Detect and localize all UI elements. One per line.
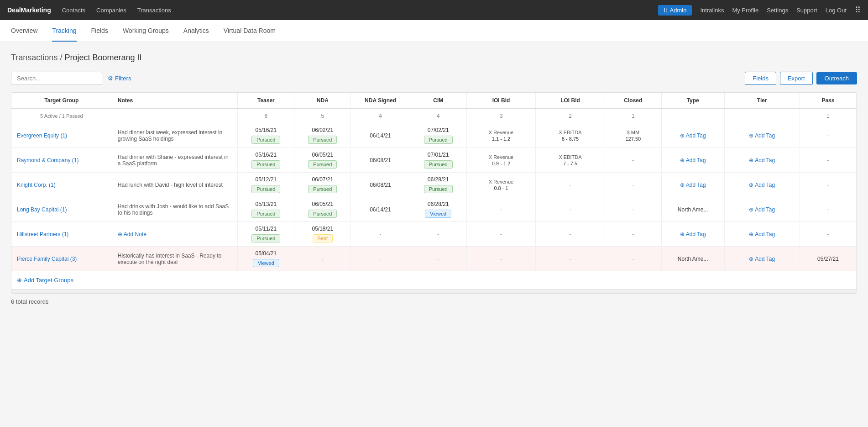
top-nav-right: IL Admin Intralinks My Profile Settings …: [658, 5, 861, 16]
summary-nda: 5: [294, 109, 351, 123]
ioi-hillstreet: -: [466, 222, 536, 247]
target-pierce[interactable]: Pierce Family Capital (3): [11, 247, 112, 271]
tab-tracking[interactable]: Tracking: [52, 21, 76, 42]
loi-longbay: -: [536, 197, 605, 222]
tab-working-groups[interactable]: Working Groups: [123, 21, 169, 42]
nda-badge-2: Pursued: [308, 160, 337, 169]
target-hillstreet[interactable]: Hillstreet Partners (1): [11, 222, 112, 247]
notes-longbay: Had drinks with Josh - would like to add…: [112, 197, 238, 222]
ioi-label-1: X Revenue: [489, 130, 513, 135]
teaser-badge-6: Viewed: [253, 259, 279, 267]
closed-pierce: -: [605, 247, 661, 271]
col-ioi-bid: IOI Bid: [466, 93, 536, 109]
nav-companies[interactable]: Companies: [96, 7, 126, 14]
add-tag-label-tier-4: Add Tag: [755, 206, 775, 213]
add-tag-tier-5[interactable]: ⊕ Add Tag: [730, 231, 794, 237]
filter-label: Filters: [115, 75, 131, 82]
summary-nda-signed: 4: [351, 109, 410, 123]
nda-signed-longbay: 06/14/21: [351, 197, 410, 222]
teaser-date-4: 05/13/21: [256, 201, 277, 207]
nav-logout[interactable]: Log Out: [826, 7, 847, 14]
tab-analytics[interactable]: Analytics: [183, 21, 209, 42]
export-button[interactable]: Export: [780, 72, 813, 85]
col-teaser: Teaser: [238, 93, 294, 109]
nda-raymond: 06/05/21 Pursued: [294, 148, 351, 173]
teaser-badge-4: Pursued: [251, 210, 280, 218]
table-header-row: Target Group Notes Teaser NDA NDA Signed…: [11, 93, 857, 109]
target-evergreen[interactable]: Evergreen Equity (1): [11, 123, 112, 148]
add-tag-label-type-5: Add Tag: [686, 231, 706, 237]
target-knight[interactable]: Knight Corp. (1): [11, 173, 112, 197]
ioi-range-3: 0.8 - 1: [494, 185, 508, 191]
add-tag-tier-4[interactable]: ⊕ Add Tag: [730, 206, 794, 213]
pass-raymond: -: [800, 148, 856, 173]
notes-raymond: Had dinner with Shane - expressed intere…: [112, 148, 238, 173]
nda-signed-raymond: 06/08/21: [351, 148, 410, 173]
type-pierce: North Ame...: [661, 247, 724, 271]
add-tag-type-3[interactable]: ⊕ Add Tag: [667, 182, 719, 188]
add-tag-type-5[interactable]: ⊕ Add Tag: [667, 231, 719, 237]
nav-contacts[interactable]: Contacts: [62, 7, 85, 14]
add-tag-tier-6[interactable]: ⊕ Add Tag: [730, 256, 794, 262]
cim-pierce: -: [410, 247, 466, 271]
teaser-hillstreet: 05/11/21 Pursued: [238, 222, 294, 247]
col-type: Type: [661, 93, 724, 109]
type-hillstreet: ⊕ Add Tag: [661, 222, 724, 247]
col-pass: Pass: [800, 93, 856, 109]
plus-icon-tier-2: ⊕: [749, 157, 753, 163]
grid-icon[interactable]: ⠿: [855, 5, 861, 15]
type-evergreen: ⊕ Add Tag: [661, 123, 724, 148]
tab-fields[interactable]: Fields: [91, 21, 108, 42]
add-tag-tier-3[interactable]: ⊕ Add Tag: [730, 182, 794, 188]
nav-support[interactable]: Support: [796, 7, 817, 14]
add-tag-tier-2[interactable]: ⊕ Add Tag: [730, 157, 794, 163]
top-nav-left: DealMarketing Contacts Companies Transac…: [7, 6, 171, 14]
nda-knight: 06/07/21 Pursued: [294, 173, 351, 197]
add-target-button[interactable]: ⊕ Add Target Groups: [11, 273, 856, 287]
outreach-button[interactable]: Outreach: [816, 72, 857, 84]
table-row: Pierce Family Capital (3) Historically h…: [11, 247, 857, 271]
nda-longbay: 06/05/21 Pursued: [294, 197, 351, 222]
ioi-pierce: -: [466, 247, 536, 271]
tab-overview[interactable]: Overview: [11, 21, 37, 42]
tab-virtual-data-room[interactable]: Virtual Data Room: [224, 21, 276, 42]
target-raymond[interactable]: Raymond & Company (1): [11, 148, 112, 173]
page-content: Transactions / Project Boomerang II ⚙ Fi…: [0, 42, 868, 427]
search-input[interactable]: [11, 72, 102, 85]
filter-button[interactable]: ⚙ Filters: [108, 75, 131, 82]
plus-icon-tier-1: ⊕: [749, 132, 753, 139]
summary-row: 5 Active / 1 Passed 6 5 4 4 3 2 1 1: [11, 109, 857, 123]
add-note-btn[interactable]: ⊕ Add Note: [118, 231, 232, 237]
nda-date-5: 05/18/21: [312, 226, 334, 232]
closed-longbay: -: [605, 197, 661, 222]
nda-badge-5: Sent: [313, 234, 333, 242]
add-tag-type-2[interactable]: ⊕ Add Tag: [667, 157, 719, 163]
nav-my-profile[interactable]: My Profile: [732, 7, 758, 14]
plus-icon-type-1: ⊕: [680, 132, 685, 139]
tier-longbay: ⊕ Add Tag: [724, 197, 800, 222]
brand-logo[interactable]: DealMarketing: [7, 6, 51, 14]
target-longbay[interactable]: Long Bay Capital (1): [11, 197, 112, 222]
add-tag-tier-1[interactable]: ⊕ Add Tag: [730, 132, 794, 139]
fields-button[interactable]: Fields: [745, 72, 776, 85]
horizontal-scrollbar[interactable]: [11, 290, 857, 293]
teaser-date-5: 05/11/21: [256, 226, 277, 232]
nav-il-admin[interactable]: IL Admin: [658, 5, 692, 16]
breadcrumb-parent[interactable]: Transactions: [11, 53, 58, 62]
loi-evergreen: X EBITDA 8 - 8.75: [536, 123, 605, 148]
nda-signed-hillstreet: -: [351, 222, 410, 247]
add-tag-type-1[interactable]: ⊕ Add Tag: [667, 132, 719, 139]
loi-range-2: 7 - 7.5: [563, 161, 577, 166]
nav-intralinks[interactable]: Intralinks: [700, 7, 724, 14]
teaser-date-1: 05/16/21: [256, 127, 277, 133]
summary-pass: 1: [800, 109, 856, 123]
table-row: Long Bay Capital (1) Had drinks with Jos…: [11, 197, 857, 222]
nav-settings[interactable]: Settings: [767, 7, 788, 14]
plus-icon-tier-6: ⊕: [749, 256, 753, 262]
total-records: 6 total records: [11, 298, 857, 305]
plus-icon-type-3: ⊕: [680, 182, 685, 188]
nav-transactions[interactable]: Transactions: [137, 7, 171, 14]
cim-knight: 06/28/21 Pursued: [410, 173, 466, 197]
ioi-range-2: 0.9 - 1.2: [492, 161, 510, 166]
nda-badge-4: Pursued: [308, 210, 337, 218]
